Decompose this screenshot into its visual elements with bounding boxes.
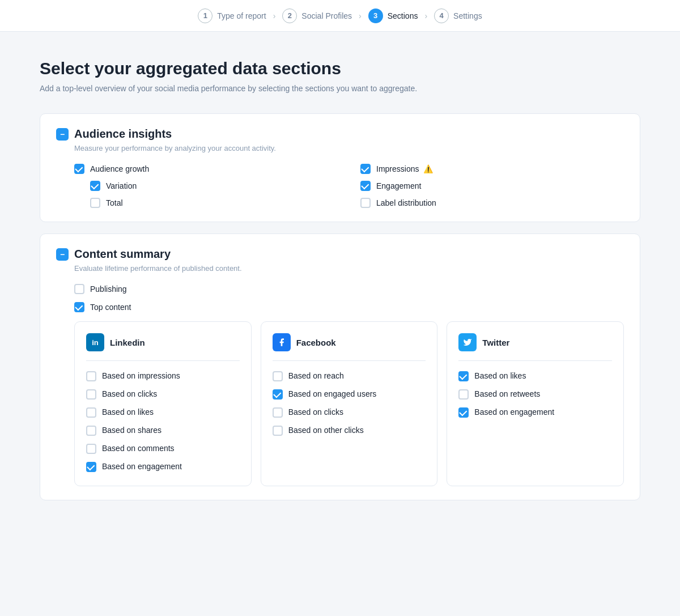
facebook-clicks[interactable]: Based on clicks [273, 407, 426, 418]
facebook-reach-label: Based on reach [288, 371, 344, 380]
content-summary-desc: Evaluate lifetime performance of publish… [74, 264, 624, 273]
twitter-options: Based on likes Based on retweets Based o… [458, 371, 612, 418]
audience-growth-checkbox[interactable] [74, 164, 84, 174]
linkedin-shares[interactable]: Based on shares [86, 426, 240, 436]
content-summary-items: Publishing Top content [74, 284, 624, 312]
audience-left-col: Audience growth Variation Total [74, 164, 338, 208]
impressions-item[interactable]: Impressions ⚠️ [360, 164, 624, 174]
linkedin-name: Linkedin [110, 338, 145, 347]
twitter-engagement-cb[interactable] [458, 407, 469, 418]
facebook-reach[interactable]: Based on reach [273, 371, 426, 381]
content-summary-card: − Content summary Evaluate lifetime perf… [40, 233, 640, 500]
step-num-4: 4 [434, 9, 449, 23]
step-label-2: Social Profiles [301, 11, 352, 20]
engagement-checkbox[interactable] [360, 181, 371, 191]
variation-label: Variation [106, 181, 137, 190]
step-num-2: 2 [282, 9, 297, 23]
audience-insights-collapse[interactable]: − [56, 128, 69, 141]
engagement-label: Engagement [376, 181, 421, 190]
page-title: Select your aggregated data sections [40, 59, 640, 78]
step-label-4: Settings [453, 11, 482, 20]
step-num-1: 1 [198, 9, 212, 23]
twitter-engagement[interactable]: Based on engagement [458, 407, 612, 418]
linkedin-engagement-cb[interactable] [86, 462, 96, 472]
impressions-checkbox[interactable] [360, 164, 371, 174]
linkedin-engagement-label: Based on engagement [102, 462, 182, 471]
facebook-other-clicks-cb[interactable] [273, 426, 283, 436]
linkedin-clicks[interactable]: Based on clicks [86, 389, 240, 400]
audience-insights-header: − Audience insights [56, 128, 624, 141]
linkedin-clicks-cb[interactable] [86, 389, 96, 400]
linkedin-likes-cb[interactable] [86, 407, 96, 418]
publishing-label: Publishing [90, 284, 127, 294]
facebook-clicks-label: Based on clicks [288, 407, 343, 417]
twitter-likes[interactable]: Based on likes [458, 371, 612, 381]
linkedin-options: Based on impressions Based on clicks Bas… [86, 371, 240, 472]
linkedin-impressions[interactable]: Based on impressions [86, 371, 240, 381]
linkedin-shares-label: Based on shares [102, 426, 162, 435]
audience-insights-desc: Measure your performance by analyzing yo… [74, 144, 624, 152]
facebook-reach-cb[interactable] [273, 371, 283, 381]
engagement-item[interactable]: Engagement [360, 181, 624, 191]
audience-growth-item[interactable]: Audience growth [74, 164, 338, 174]
linkedin-engagement[interactable]: Based on engagement [86, 462, 240, 472]
variation-item[interactable]: Variation [90, 181, 338, 191]
linkedin-card: in Linkedin Based on impressions Based o… [74, 321, 252, 486]
chevron-1: › [273, 11, 276, 20]
audience-growth-label: Audience growth [90, 164, 149, 173]
wizard-nav: 1 Type of report › 2 Social Profiles › 3… [0, 0, 680, 32]
audience-insights-title: Audience insights [74, 128, 172, 141]
content-summary-header: − Content summary [56, 248, 624, 261]
audience-insights-grid: Audience growth Variation Total Impressi… [74, 164, 624, 208]
linkedin-comments[interactable]: Based on comments [86, 444, 240, 454]
twitter-logo [458, 333, 477, 351]
facebook-card: Facebook Based on reach Based on engaged… [261, 321, 438, 486]
step-num-3: 3 [368, 9, 383, 23]
facebook-engaged-label: Based on engaged users [288, 389, 377, 398]
twitter-likes-cb[interactable] [458, 371, 469, 381]
linkedin-shares-cb[interactable] [86, 426, 96, 436]
step-label-3: Sections [388, 11, 418, 20]
linkedin-impressions-cb[interactable] [86, 371, 96, 381]
content-summary-title: Content summary [74, 248, 171, 261]
wizard-step-3[interactable]: 3 Sections [368, 9, 418, 23]
total-item[interactable]: Total [90, 198, 338, 208]
facebook-name: Facebook [296, 338, 336, 347]
publishing-checkbox[interactable] [74, 284, 84, 294]
content-summary-collapse[interactable]: − [56, 248, 69, 261]
label-distribution-item[interactable]: Label distribution [360, 198, 624, 208]
page-subtitle: Add a top-level overview of your social … [40, 84, 640, 93]
linkedin-comments-label: Based on comments [102, 444, 175, 453]
total-label: Total [106, 198, 123, 207]
total-checkbox[interactable] [90, 198, 100, 208]
linkedin-header: in Linkedin [86, 333, 240, 361]
linkedin-comments-cb[interactable] [86, 444, 96, 454]
linkedin-likes[interactable]: Based on likes [86, 407, 240, 418]
twitter-retweets-cb[interactable] [458, 389, 469, 400]
audience-right-col: Impressions ⚠️ Engagement Label distribu… [360, 164, 624, 208]
label-distribution-label: Label distribution [376, 198, 436, 207]
twitter-header: Twitter [458, 333, 612, 361]
publishing-item[interactable]: Publishing [74, 284, 624, 294]
wizard-step-1[interactable]: 1 Type of report [198, 9, 266, 23]
audience-insights-card: − Audience insights Measure your perform… [40, 113, 640, 222]
twitter-engagement-label: Based on engagement [474, 407, 554, 417]
facebook-options: Based on reach Based on engaged users Ba… [273, 371, 426, 436]
top-content-checkbox[interactable] [74, 302, 84, 312]
linkedin-likes-label: Based on likes [102, 407, 154, 417]
top-content-item[interactable]: Top content [74, 302, 624, 312]
variation-checkbox[interactable] [90, 181, 100, 191]
twitter-retweets[interactable]: Based on retweets [458, 389, 612, 400]
facebook-clicks-cb[interactable] [273, 407, 283, 418]
chevron-3: › [424, 11, 427, 20]
facebook-other-clicks[interactable]: Based on other clicks [273, 426, 426, 436]
wizard-step-4[interactable]: 4 Settings [434, 9, 482, 23]
facebook-engaged[interactable]: Based on engaged users [273, 389, 426, 400]
linkedin-clicks-label: Based on clicks [102, 389, 157, 398]
chevron-2: › [359, 11, 362, 20]
linkedin-logo: in [86, 333, 104, 351]
impressions-label: Impressions ⚠️ [376, 164, 433, 173]
facebook-engaged-cb[interactable] [273, 389, 283, 400]
label-distribution-checkbox[interactable] [360, 198, 371, 208]
wizard-step-2[interactable]: 2 Social Profiles [282, 9, 352, 23]
